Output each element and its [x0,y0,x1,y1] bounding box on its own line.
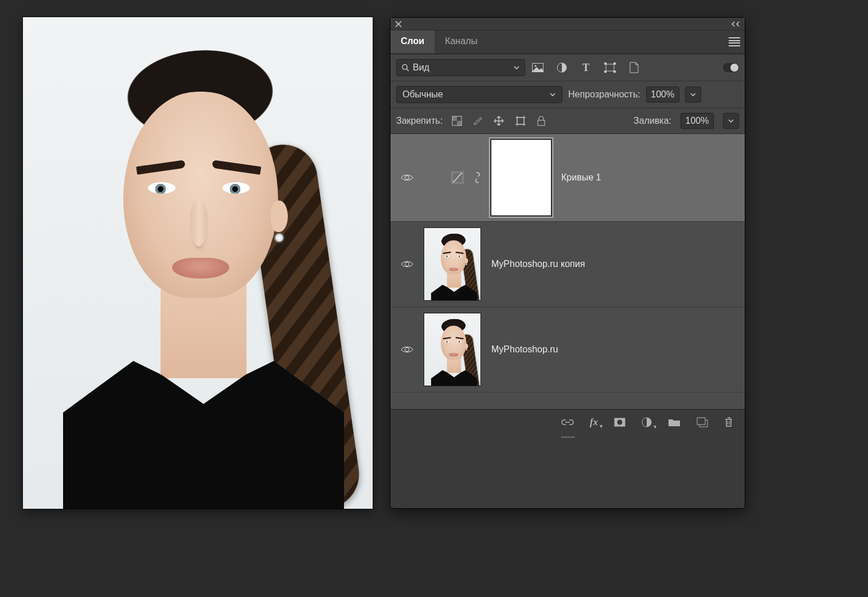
svg-rect-18 [538,120,545,125]
search-icon [401,64,409,72]
panel-tabs: Слои Каналы [390,30,488,53]
layer-filter-label: Вид [413,62,429,73]
tab-channels[interactable]: Каналы [435,30,488,53]
svg-rect-30 [697,418,705,425]
svg-rect-12 [457,121,462,125]
fill-value[interactable]: 100% [681,113,714,129]
add-mask-icon[interactable] [614,418,625,427]
visibility-toggle[interactable] [401,260,413,269]
lock-all-icon[interactable] [537,116,546,126]
blend-mode-select[interactable]: Обычные [396,86,562,103]
panel-resize-grip[interactable] [390,434,745,440]
layer-name[interactable]: MyPhotoshop.ru копия [491,259,585,269]
new-adjustment-layer-icon[interactable]: ▾ [642,417,652,427]
link-mask-icon[interactable] [474,172,481,183]
layers-panel: Слои Каналы Вид [390,17,745,509]
lock-move-icon[interactable] [493,115,505,127]
document-canvas[interactable] [23,17,373,509]
layers-list: Кривые 1 MyPhotoshop.ru копия [390,134,745,409]
svg-line-1 [406,69,409,71]
fx-icon[interactable]: fx▾ [590,417,598,427]
svg-rect-8 [604,70,607,73]
opacity-value[interactable]: 100% [646,87,679,103]
panel-menu-icon[interactable] [729,37,740,46]
layer-mask-thumbnail[interactable] [491,140,551,215]
svg-rect-6 [604,62,607,65]
svg-rect-9 [613,70,616,73]
close-icon[interactable] [395,21,402,28]
layer-name[interactable]: MyPhotoshop.ru [491,344,558,355]
filter-toggle[interactable] [723,63,739,72]
collapse-icon[interactable] [731,21,740,27]
chevron-down-icon [549,91,556,98]
svg-point-26 [405,348,409,352]
filter-adjustment-icon[interactable] [556,62,568,73]
lock-artboard-icon[interactable] [515,116,526,126]
layer-name[interactable]: Кривые 1 [561,172,601,183]
svg-rect-11 [452,116,457,121]
svg-point-28 [617,419,623,425]
filter-image-icon[interactable] [532,62,544,73]
delete-layer-icon[interactable] [724,417,733,428]
layer-row-image[interactable]: MyPhotoshop.ru [390,307,745,392]
filter-type-icon[interactable]: T [580,62,592,73]
opacity-dropdown[interactable] [685,87,701,103]
layer-row-curves[interactable]: Кривые 1 [390,134,745,222]
layer-filter-select[interactable]: Вид [396,59,525,76]
portrait-image [23,17,373,509]
new-layer-icon[interactable] [697,417,708,427]
svg-point-25 [405,262,409,266]
tab-layers[interactable]: Слои [390,30,435,53]
filter-shape-icon[interactable] [604,62,616,73]
chevron-down-icon [513,64,520,71]
layer-thumbnail[interactable] [424,313,481,386]
curves-thumbnail[interactable] [451,171,464,184]
svg-rect-7 [613,62,616,65]
visibility-toggle[interactable] [401,173,413,182]
layer-row-image[interactable]: MyPhotoshop.ru копия [390,222,745,307]
layer-thumbnail[interactable] [424,227,481,301]
link-layers-icon[interactable] [561,418,574,426]
svg-point-19 [405,176,409,180]
fill-dropdown[interactable] [723,113,739,129]
visibility-toggle[interactable] [401,345,413,354]
filter-smartobject-icon[interactable] [628,62,640,73]
svg-rect-13 [517,117,524,124]
lock-brush-icon[interactable] [472,116,483,126]
svg-rect-5 [606,64,614,71]
fill-label: Заливка: [634,116,671,126]
svg-point-0 [402,65,407,69]
new-group-icon[interactable] [668,418,681,427]
layers-panel-footer: fx▾ ▾ [390,409,745,434]
svg-point-3 [534,65,536,66]
lock-label: Закрепить: [396,116,443,126]
blend-mode-value: Обычные [402,89,443,100]
opacity-label: Непрозрачность: [568,89,640,100]
lock-transparency-icon[interactable] [452,116,462,126]
